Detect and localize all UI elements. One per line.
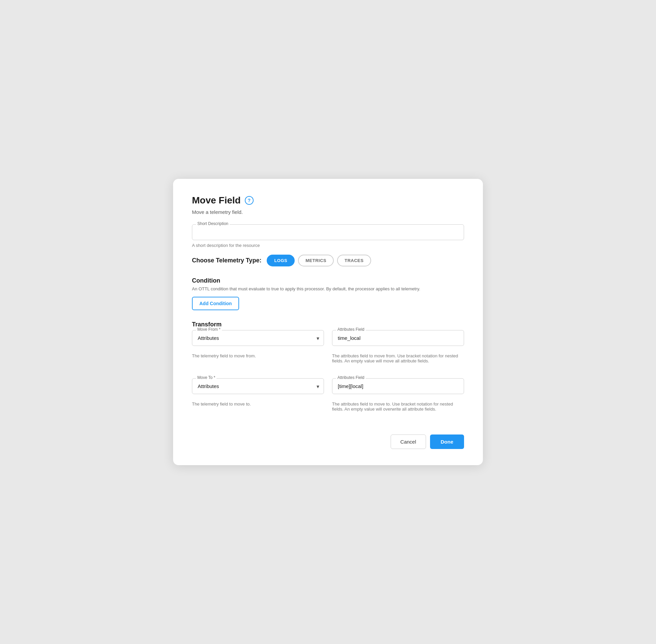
transform-title: Transform <box>192 321 464 328</box>
telemetry-btn-logs[interactable]: LOGS <box>267 255 295 267</box>
telemetry-btn-metrics[interactable]: METRICS <box>298 255 334 267</box>
modal-title: Move Field <box>192 195 241 206</box>
move-to-select-wrapper: Attributes Resource Body Scope ▾ <box>192 378 324 394</box>
cancel-button[interactable]: Cancel <box>391 435 426 449</box>
move-from-select-wrapper: Attributes Resource Body Scope ▾ <box>192 330 324 346</box>
condition-section: Condition An OTTL condition that must ev… <box>192 277 464 321</box>
modal-footer: Cancel Done <box>192 435 464 449</box>
modal-header: Move Field ? <box>192 195 464 206</box>
move-to-attr-label: Attributes Field <box>336 375 366 380</box>
short-description-group: Short Description <box>192 224 464 240</box>
move-to-hint: The telemetry field to move to. <box>192 401 324 412</box>
move-to-row: Move To * Attributes Resource Body Scope… <box>192 378 464 397</box>
move-to-attr-group: Attributes Field <box>332 378 464 394</box>
short-description-hint: A short description for the resource <box>192 243 464 248</box>
help-icon[interactable]: ? <box>245 196 254 205</box>
move-to-select[interactable]: Attributes Resource Body Scope <box>192 378 324 394</box>
move-from-attr-label: Attributes Field <box>336 327 366 332</box>
add-condition-button[interactable]: Add Condition <box>192 297 239 310</box>
move-to-label: Move To * <box>196 375 216 380</box>
move-from-attr-group: Attributes Field <box>332 330 464 346</box>
telemetry-btn-traces[interactable]: TRACES <box>337 255 371 267</box>
modal-container: Move Field ? Move a telemetry field. Sho… <box>173 179 483 465</box>
modal-subtitle: Move a telemetry field. <box>192 209 464 215</box>
move-from-hints-row: The telemetry field to move from. The at… <box>192 351 464 370</box>
telemetry-type-section: Choose Telemetry Type: LOGS METRICS TRAC… <box>192 255 464 267</box>
short-description-input[interactable] <box>192 224 464 240</box>
telemetry-buttons: LOGS METRICS TRACES <box>267 255 371 267</box>
short-description-label: Short Description <box>196 221 230 226</box>
move-to-attr-hint: The attributes field to move to. Use bra… <box>332 401 464 412</box>
condition-description: An OTTL condition that must evaluate to … <box>192 286 464 291</box>
transform-section: Transform Move From * Attributes Resourc… <box>192 321 464 418</box>
move-from-row: Move From * Attributes Resource Body Sco… <box>192 330 464 349</box>
done-button[interactable]: Done <box>430 435 464 449</box>
move-from-group: Move From * Attributes Resource Body Sco… <box>192 330 324 346</box>
telemetry-type-label: Choose Telemetry Type: <box>192 257 261 264</box>
move-from-label: Move From * <box>196 327 222 332</box>
condition-title: Condition <box>192 277 464 284</box>
move-to-group: Move To * Attributes Resource Body Scope… <box>192 378 324 394</box>
move-to-hints-row: The telemetry field to move to. The attr… <box>192 399 464 418</box>
move-from-attr-input[interactable] <box>332 330 464 346</box>
move-from-select[interactable]: Attributes Resource Body Scope <box>192 330 324 346</box>
move-from-hint: The telemetry field to move from. <box>192 353 324 363</box>
move-from-attr-hint: The attributes field to move from. Use b… <box>332 353 464 363</box>
move-to-attr-input[interactable] <box>332 378 464 394</box>
